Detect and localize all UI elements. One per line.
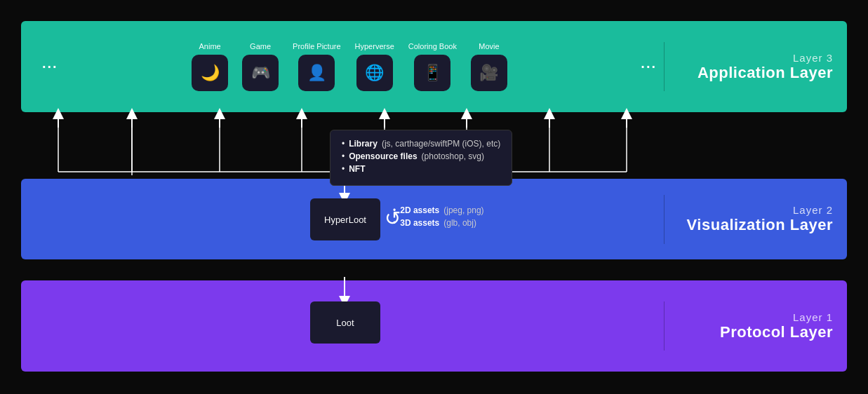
dots-right: ··· (641, 59, 657, 75)
assets-info: 2D assets (jpeg, png)3D assets (glb, obj… (393, 205, 484, 231)
loot-label: Loot (336, 318, 354, 328)
app-icon-coloring: 📱 (414, 55, 450, 91)
info-list-item: Library (js, carthage/swiftPM (iOS), etc… (342, 139, 500, 149)
layer2-title: Visualization Layer (687, 216, 833, 234)
app-label-anime: Anime (199, 42, 220, 50)
layer1-num: Layer 1 (793, 311, 833, 323)
layer1-title: Protocol Layer (720, 323, 833, 341)
loot-box: Loot (310, 301, 380, 344)
diagram: ··· Anime🌙Game🎮Profile Picture👤Hypervers… (0, 0, 868, 394)
app-item-hyperverse: Hyperverse🌐 (355, 42, 394, 91)
layer3-label: Layer 3 Application Layer (665, 52, 833, 82)
app-icon-movie: 🎥 (471, 55, 507, 91)
app-label-game: Game (250, 42, 271, 50)
app-icons: Anime🌙Game🎮Profile Picture👤Hyperverse🌐Co… (65, 42, 634, 91)
app-label-hyperverse: Hyperverse (355, 42, 394, 50)
app-label-movie: Movie (479, 42, 499, 50)
app-item-coloring: Coloring Book📱 (408, 42, 457, 91)
app-icon-profile: 👤 (298, 55, 335, 91)
layer3-title: Application Layer (697, 64, 833, 82)
info-box: Library (js, carthage/swiftPM (iOS), etc… (330, 130, 512, 186)
app-item-anime: Anime🌙 (192, 42, 228, 91)
assets-list-item: 2D assets (jpeg, png) (393, 205, 484, 215)
layer2-label: Layer 2 Visualization Layer (665, 204, 833, 234)
layer3: ··· Anime🌙Game🎮Profile Picture👤Hypervers… (21, 21, 847, 112)
layer2-num: Layer 2 (793, 204, 833, 216)
app-icon-hyperverse: 🌐 (356, 55, 393, 91)
layer1: Layer 1 Protocol Layer (21, 280, 847, 372)
layer3-num: Layer 3 (793, 52, 833, 64)
hyperloot-label: HyperLoot (324, 215, 366, 225)
app-item-movie: Movie🎥 (471, 42, 507, 91)
app-icon-game: 🎮 (242, 55, 279, 91)
app-item-profile: Profile Picture👤 (293, 42, 340, 91)
app-label-coloring: Coloring Book (408, 42, 457, 50)
info-list-item: Opensource files (photoshop, svg) (342, 151, 500, 161)
dots-left: ··· (42, 59, 58, 75)
assets-list-item: 3D assets (glb, obj) (393, 218, 484, 228)
info-list-item: NFT (342, 164, 500, 174)
app-label-profile: Profile Picture (293, 42, 340, 50)
app-icon-anime: 🌙 (192, 55, 228, 91)
assets-list: 2D assets (jpeg, png)3D assets (glb, obj… (393, 205, 484, 228)
hyperloot-box: HyperLoot (310, 198, 380, 240)
info-list: Library (js, carthage/swiftPM (iOS), etc… (342, 139, 500, 174)
layer1-label: Layer 1 Protocol Layer (665, 311, 833, 341)
app-item-game: Game🎮 (242, 42, 279, 91)
